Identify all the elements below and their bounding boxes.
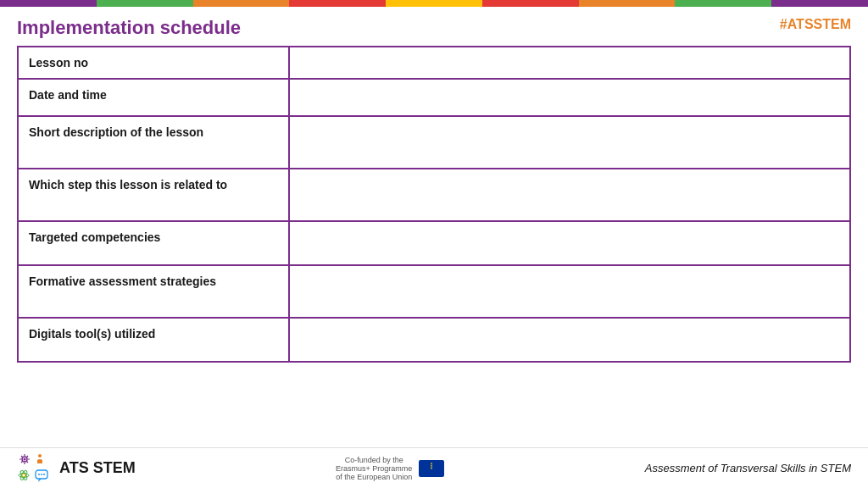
ats-stem-logo: ATS STEM xyxy=(17,452,136,485)
value-formative[interactable] xyxy=(289,265,850,318)
bar-seg-7 xyxy=(579,0,676,7)
brand-name: ATS STEM xyxy=(59,459,136,477)
funding-line2: Erasmus+ Programme xyxy=(336,464,412,473)
hashtag-label: #ATSSTEM xyxy=(780,17,851,32)
label-lesson-no: Lesson no xyxy=(18,47,289,79)
svg-point-18 xyxy=(43,474,45,475)
svg-point-17 xyxy=(41,474,42,475)
bar-seg-9 xyxy=(771,0,868,7)
page-title: Implementation schedule xyxy=(17,17,241,39)
label-description: Short description of the lesson xyxy=(18,116,289,169)
table-row: Which step this lesson is related to xyxy=(18,169,850,221)
table-row: Short description of the lesson xyxy=(18,116,850,169)
footer: ATS STEM Co-funded by the Erasmus+ Progr… xyxy=(0,447,868,488)
label-competencies: Targeted competencies xyxy=(18,221,289,265)
svg-line-6 xyxy=(21,456,23,458)
footer-left: ATS STEM xyxy=(17,452,136,485)
table-row: Date and time xyxy=(18,79,850,116)
table-row: Targeted competencies xyxy=(18,221,850,265)
svg-point-11 xyxy=(22,474,25,477)
svg-line-9 xyxy=(21,461,23,463)
value-date-time[interactable] xyxy=(289,79,850,116)
value-which-step[interactable] xyxy=(289,169,850,221)
value-description[interactable] xyxy=(289,116,850,169)
main-content: Lesson no Date and time Short descriptio… xyxy=(0,46,868,363)
funding-line1: Co-funded by the xyxy=(336,456,412,464)
schedule-table: Lesson no Date and time Short descriptio… xyxy=(17,46,851,363)
table-row: Digitals tool(s) utilized xyxy=(18,318,850,362)
header: Implementation schedule #ATSSTEM xyxy=(0,7,868,46)
value-competencies[interactable] xyxy=(289,221,850,265)
table-row: Lesson no xyxy=(18,47,850,79)
svg-line-8 xyxy=(27,456,29,458)
value-lesson-no[interactable] xyxy=(289,47,850,79)
bar-seg-2 xyxy=(97,0,193,7)
bar-seg-1 xyxy=(0,0,97,7)
svg-point-16 xyxy=(38,474,40,475)
bar-seg-6 xyxy=(482,0,579,7)
label-date-time: Date and time xyxy=(18,79,289,116)
label-digitals: Digitals tool(s) utilized xyxy=(18,318,289,362)
top-color-bar xyxy=(0,0,868,7)
eu-flag xyxy=(419,460,444,477)
svg-point-10 xyxy=(38,454,42,458)
table-row: Formative assessment strategies xyxy=(18,265,850,318)
svg-point-1 xyxy=(24,458,26,460)
svg-line-7 xyxy=(27,461,29,463)
funding-text: Co-funded by the Erasmus+ Programme of t… xyxy=(336,456,412,481)
value-digitals[interactable] xyxy=(289,318,850,362)
logo-svg xyxy=(17,452,54,485)
label-which-step: Which step this lesson is related to xyxy=(18,169,289,221)
bar-seg-3 xyxy=(193,0,290,7)
bar-seg-5 xyxy=(386,0,482,7)
label-formative: Formative assessment strategies xyxy=(18,265,289,318)
footer-center: Co-funded by the Erasmus+ Programme of t… xyxy=(336,456,444,481)
footer-tagline: Assessment of Transversal Skills in STEM xyxy=(645,462,851,474)
funding-line3: of the European Union xyxy=(336,473,412,481)
bar-seg-8 xyxy=(675,0,771,7)
bar-seg-4 xyxy=(289,0,386,7)
